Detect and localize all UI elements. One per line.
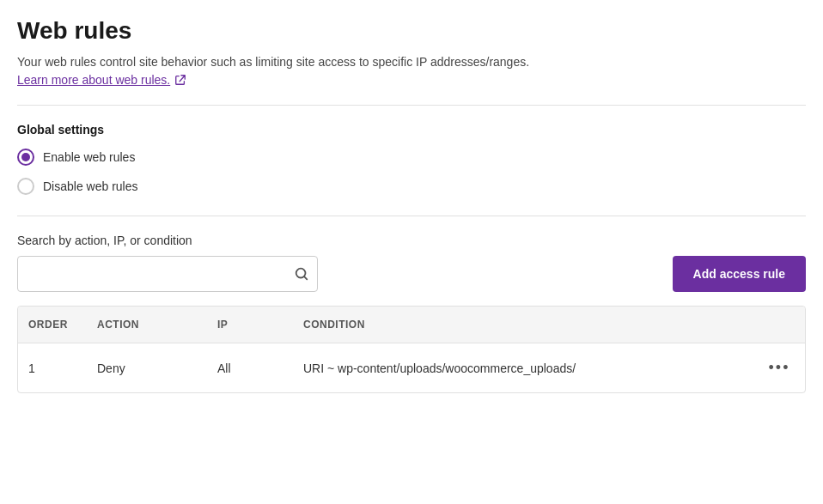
cell-row-actions: ••• [753,343,805,392]
enable-radio-circle [17,149,34,166]
cell-ip: All [207,349,293,387]
divider-1 [17,105,806,106]
enable-radio-item[interactable]: Enable web rules [17,149,806,166]
search-button[interactable] [294,266,309,282]
search-icon [294,266,309,282]
header-order: ORDER [18,307,87,343]
row-actions-button[interactable]: ••• [762,355,797,380]
search-input-wrapper [17,256,318,292]
add-rule-button[interactable]: Add access rule [673,256,806,292]
table-row: 1 Deny All URI ~ wp-content/uploads/wooc… [18,343,805,392]
global-settings-section: Global settings Enable web rules Disable… [17,123,806,195]
subtitle-text: Your web rules control site behavior suc… [17,55,806,69]
learn-more-link[interactable]: Learn more about web rules. [17,73,186,87]
rules-table: ORDER ACTION IP CONDITION 1 Deny All URI… [17,306,806,393]
search-action-row: Add access rule [17,256,806,292]
table-body: 1 Deny All URI ~ wp-content/uploads/wooc… [18,343,805,392]
external-link-icon [174,74,186,86]
cell-condition: URI ~ wp-content/uploads/woocommerce_upl… [293,349,753,387]
search-section: Search by action, IP, or condition Add a… [17,234,806,292]
header-condition: CONDITION [293,307,753,343]
global-settings-label: Global settings [17,123,806,137]
search-label: Search by action, IP, or condition [17,234,806,247]
header-ip: IP [207,307,293,343]
learn-more-label: Learn more about web rules. [17,73,170,87]
disable-radio-item[interactable]: Disable web rules [17,178,806,195]
header-action: ACTION [87,307,207,343]
header-actions [753,307,805,343]
page-title: Web rules [17,17,806,45]
enable-radio-label: Enable web rules [43,150,135,164]
search-input[interactable] [17,256,318,292]
cell-order: 1 [18,349,87,387]
disable-radio-circle [17,178,34,195]
disable-radio-label: Disable web rules [43,179,138,193]
cell-action: Deny [87,349,207,387]
table-header: ORDER ACTION IP CONDITION [18,307,805,343]
radio-group: Enable web rules Disable web rules [17,149,806,195]
divider-2 [17,216,806,216]
